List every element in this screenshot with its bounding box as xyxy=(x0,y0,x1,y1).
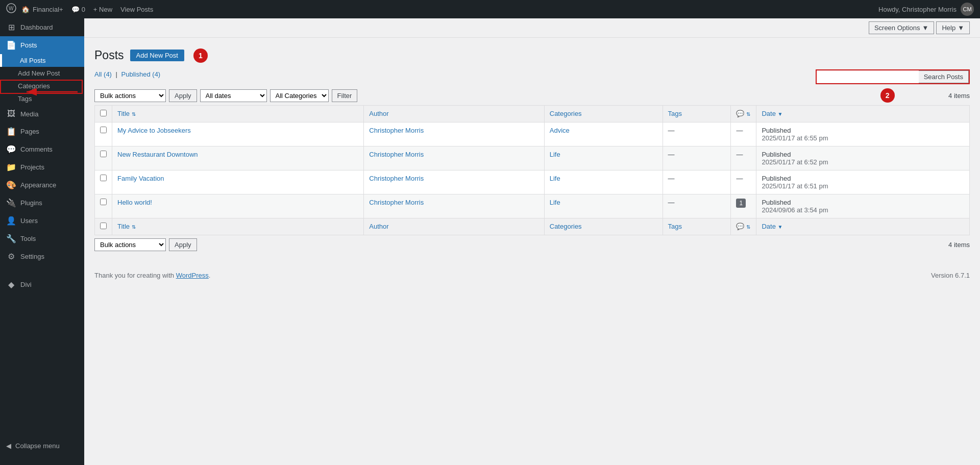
post-comments-cell: — xyxy=(731,146,756,170)
sidebar-item-label: Pages xyxy=(20,128,39,135)
site-name[interactable]: 🏠 Financial+ xyxy=(21,6,63,13)
title-footer-header[interactable]: Title ⇅ xyxy=(112,218,364,235)
apply-button-bottom[interactable]: Apply xyxy=(169,238,197,251)
row-checkbox[interactable] xyxy=(100,199,107,205)
apply-button-top[interactable]: Apply xyxy=(169,89,197,102)
sidebar-item-plugins[interactable]: 🔌 Plugins xyxy=(0,194,84,212)
row-checkbox-cell xyxy=(95,170,112,194)
comments-column-header[interactable]: 💬 ⇅ xyxy=(731,105,756,122)
sidebar-item-divi[interactable]: ◆ Divi xyxy=(0,276,84,293)
row-checkbox[interactable] xyxy=(100,127,107,133)
sort-arrows-icon: ⇅ xyxy=(746,111,750,117)
categories-column-header: Categories xyxy=(544,105,663,122)
post-comments-cell: 1 xyxy=(731,194,756,218)
post-title-link[interactable]: New Restaurant Downtown xyxy=(117,151,198,158)
filter-published-link[interactable]: Published (4) xyxy=(121,70,161,78)
comments-footer-header[interactable]: 💬 ⇅ xyxy=(731,218,756,235)
collapse-icon: ◀ xyxy=(6,442,11,450)
sidebar-item-label: Appearance xyxy=(20,181,56,189)
table-header-row: Title ⇅ Author Categories Tags 💬 ⇅ xyxy=(95,105,970,122)
sidebar-item-users[interactable]: 👤 Users xyxy=(0,212,84,230)
version-text: Version 6.7.1 xyxy=(931,272,970,279)
filter-all-link[interactable]: All (4) xyxy=(94,70,112,78)
dates-select[interactable]: All dates January 2025 September 2024 xyxy=(200,89,267,102)
new-link[interactable]: + New xyxy=(93,6,112,13)
date-footer-header[interactable]: Date ▼ xyxy=(756,218,970,235)
post-author-link[interactable]: Christopher Morris xyxy=(369,175,424,182)
post-category-link[interactable]: Advice xyxy=(550,127,570,134)
sidebar-item-label: Media xyxy=(20,110,38,118)
date-sort-link[interactable]: Date ▼ xyxy=(762,110,782,117)
posts-table-body: My Advice to Jobseekers Christopher Morr… xyxy=(95,122,970,235)
post-category-link[interactable]: Life xyxy=(550,175,560,182)
comment-footer-icon: 💬 xyxy=(736,223,744,230)
add-new-post-button[interactable]: Add New Post xyxy=(130,50,184,61)
row-checkbox[interactable] xyxy=(100,175,107,181)
filter-button[interactable]: Filter xyxy=(332,89,358,102)
post-title-link[interactable]: My Advice to Jobseekers xyxy=(117,127,191,134)
pages-icon: 📋 xyxy=(6,127,16,136)
post-comments-cell: — xyxy=(731,122,756,146)
sort-down-footer-icon: ▼ xyxy=(778,224,783,230)
search-area: Search Posts 2 xyxy=(816,69,970,84)
row-checkbox[interactable] xyxy=(100,151,107,157)
sidebar-item-settings[interactable]: ⚙ Settings xyxy=(0,248,84,265)
comments-link[interactable]: 💬 0 xyxy=(71,6,85,13)
appearance-icon: 🎨 xyxy=(6,180,16,190)
footer-text: Thank you for creating with WordPress. xyxy=(94,272,210,279)
svg-text:W: W xyxy=(9,6,14,11)
title-column-header[interactable]: Title ⇅ xyxy=(112,105,364,122)
sidebar-item-dashboard[interactable]: ⊞ Dashboard xyxy=(0,18,84,36)
post-categories-cell: Life xyxy=(544,194,663,218)
sidebar-item-tags[interactable]: Tags xyxy=(0,92,84,105)
sidebar-item-pages[interactable]: 📋 Pages xyxy=(0,123,84,140)
table-row: Hello world! Christopher Morris Life — 1 xyxy=(95,194,970,218)
wp-logo-icon[interactable]: W xyxy=(6,3,16,16)
comment-bubble-icon: 💬 xyxy=(71,6,80,13)
help-button[interactable]: Help ▼ xyxy=(936,21,970,34)
post-author-link[interactable]: Christopher Morris xyxy=(369,127,424,134)
sidebar-item-label: Tools xyxy=(20,235,36,242)
view-posts-link[interactable]: View Posts xyxy=(120,6,153,13)
sidebar-item-all-posts[interactable]: All Posts xyxy=(0,54,84,67)
sort-arrows-icon: ⇅ xyxy=(132,224,136,230)
sidebar-item-appearance[interactable]: 🎨 Appearance xyxy=(0,176,84,194)
screen-options-button[interactable]: Screen Options ▼ xyxy=(869,21,934,34)
comment-count-badge[interactable]: 1 xyxy=(736,199,746,208)
post-author-link[interactable]: Christopher Morris xyxy=(369,151,424,158)
sidebar-item-categories[interactable]: Categories xyxy=(0,80,84,92)
select-all-header xyxy=(95,105,112,122)
select-all-footer xyxy=(95,218,112,235)
title-sort-link[interactable]: Title ⇅ xyxy=(117,110,136,117)
select-all-checkbox[interactable] xyxy=(100,110,107,116)
bulk-actions-select-bottom[interactable]: Bulk actions Edit Move to Trash xyxy=(94,238,166,251)
table-row: My Advice to Jobseekers Christopher Morr… xyxy=(95,122,970,146)
date-footer-sort-link[interactable]: Date ▼ xyxy=(762,223,782,230)
tags-column-header: Tags xyxy=(663,105,731,122)
sidebar-item-comments[interactable]: 💬 Comments xyxy=(0,140,84,158)
bulk-actions-select-top[interactable]: Bulk actions Edit Move to Trash xyxy=(94,89,166,102)
post-author-link[interactable]: Christopher Morris xyxy=(369,199,424,206)
sidebar-item-posts[interactable]: 📄 Posts xyxy=(0,36,84,54)
post-title-link[interactable]: Hello world! xyxy=(117,199,152,206)
sidebar-item-tools[interactable]: 🔧 Tools xyxy=(0,230,84,248)
sidebar-item-label: Divi xyxy=(20,281,32,288)
title-footer-sort-link[interactable]: Title ⇅ xyxy=(117,223,136,230)
post-category-link[interactable]: Life xyxy=(550,199,560,206)
sort-down-icon: ▼ xyxy=(778,111,783,117)
sidebar-item-media[interactable]: 🖼 Media xyxy=(0,105,84,123)
search-posts-button[interactable]: Search Posts xyxy=(919,70,969,83)
date-column-header[interactable]: Date ▼ xyxy=(756,105,970,122)
wordpress-link[interactable]: WordPress xyxy=(176,272,209,279)
categories-select[interactable]: All Categories Advice Life xyxy=(270,89,329,102)
sidebar-item-label: Dashboard xyxy=(20,23,53,31)
sidebar-item-projects[interactable]: 📁 Projects xyxy=(0,158,84,176)
home-icon: 🏠 xyxy=(21,6,30,13)
sidebar-item-add-new-post[interactable]: Add New Post xyxy=(0,67,84,80)
search-posts-input[interactable] xyxy=(817,71,919,83)
divi-icon: ◆ xyxy=(6,280,16,289)
collapse-menu-button[interactable]: ◀ Collapse menu xyxy=(0,437,84,455)
post-title-link[interactable]: Family Vacation xyxy=(117,175,164,182)
post-category-link[interactable]: Life xyxy=(550,151,560,158)
select-all-footer-checkbox[interactable] xyxy=(100,223,107,229)
